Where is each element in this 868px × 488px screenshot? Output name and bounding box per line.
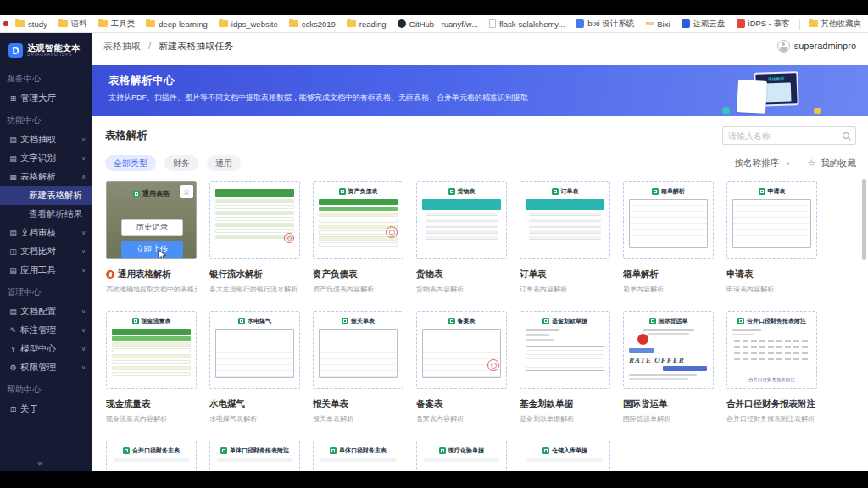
preview-doc-header: 资产负债表	[319, 187, 398, 196]
card[interactable]: 单体口径财务报表附注	[209, 441, 300, 471]
sidebar-item-doc-config[interactable]: ▤文档配置∨	[0, 302, 92, 321]
card[interactable]: 基金划款单据基金划款单据基金划款单据解析	[520, 311, 610, 424]
sidebar-item-doc-review[interactable]: ▤文档审核∨	[0, 224, 92, 242]
bookmark-item[interactable]: study	[15, 19, 47, 29]
bookmark-item[interactable]: bixi 设计系统	[576, 19, 634, 30]
page: study语料工具类deep learningidps_websiteccks2…	[0, 0, 868, 488]
sidebar-item-permission-mgmt[interactable]: ⚙权限管理∨	[0, 358, 92, 377]
card[interactable]: 申请表申请表申请表内容解析	[726, 181, 817, 294]
card-preview[interactable]: 医疗化验单据	[416, 441, 507, 471]
excel-icon	[649, 318, 656, 324]
card[interactable]: 通用表格☆历史记录立即上传通用表格解析高效准确地提取文档中的表格元素	[106, 181, 197, 294]
bookmark-item[interactable]: 工具类	[98, 19, 136, 30]
bookmark-item[interactable]: iDPS - 摹客	[737, 19, 790, 30]
card[interactable]: 订单表订单表订单表内容解析	[520, 181, 610, 294]
card-preview[interactable]: 申请表	[726, 181, 817, 259]
sidebar-item-doc-compare[interactable]: ◫文档比对∨	[0, 242, 92, 261]
bookmark-label: 工具类	[111, 19, 136, 30]
card-preview[interactable]: 备案表	[416, 311, 507, 389]
card-preview[interactable]: 货物表	[416, 181, 507, 259]
card-description: 现金流量表内容解析	[106, 414, 197, 424]
card-preview[interactable]: 水电煤气	[209, 311, 300, 389]
user-menu[interactable]: superadminpro	[777, 40, 856, 53]
bookmark-item[interactable]: idps_website	[219, 19, 278, 29]
card[interactable]: 合并口径财务主表	[106, 441, 197, 471]
model-icon: Y	[8, 345, 18, 353]
sidebar-subitem-view-parse-results[interactable]: 查看解析结果	[0, 205, 92, 224]
card[interactable]: 现金流量表现金流量表现金流量表内容解析	[106, 311, 197, 424]
sidebar-item-model-center[interactable]: Y模型中心∨	[0, 340, 92, 358]
card-preview[interactable]: 现金流量表	[106, 311, 197, 389]
search-box[interactable]	[722, 126, 856, 145]
card-preview[interactable]: 合并口径财务报表附注合并口径财务报表附注	[726, 311, 817, 389]
card[interactable]: 合并口径财务报表附注合并口径财务报表附注合并口径财务报表附注合并口径财务报表附注…	[726, 311, 817, 424]
app-logo[interactable]: D 达观智能文本 DATAGRAND IDPS	[0, 33, 92, 66]
bookmark-item[interactable]: reading	[347, 19, 387, 29]
preview-graphic	[215, 211, 294, 215]
card[interactable]: 箱单解析箱单解析箱单内容解析	[623, 181, 714, 294]
card-preview[interactable]: 基金划款单据	[520, 311, 610, 389]
sidebar-collapse-icon[interactable]: «	[37, 458, 42, 468]
sidebar-item-doc-extract[interactable]: ▤文档抽取∨	[0, 130, 92, 149]
card[interactable]: 货物表货物表货物表内容解析	[416, 181, 507, 294]
search-input[interactable]	[728, 131, 839, 141]
card-preview[interactable]	[209, 181, 300, 259]
card[interactable]: 单体口径财务主表	[313, 441, 403, 471]
bookmark-item[interactable]: deep learning	[146, 19, 208, 29]
card-preview[interactable]: 合并口径财务主表	[106, 441, 197, 471]
star-icon[interactable]: ☆	[807, 158, 815, 169]
decor-dot-teal	[722, 107, 730, 114]
card-preview[interactable]: 单体口径财务主表	[313, 441, 403, 471]
card-preview[interactable]: 通用表格☆历史记录立即上传	[106, 181, 197, 259]
sidebar-item-table-parse[interactable]: ▦表格解析∧	[0, 168, 92, 186]
card-preview[interactable]: 报关单表	[313, 311, 403, 389]
star-icon[interactable]: ☆	[180, 185, 193, 198]
avatar	[777, 40, 790, 53]
sidebar-item-management-hall[interactable]: ⊞管理大厅	[0, 89, 92, 108]
card-preview[interactable]: 订单表	[520, 181, 610, 259]
sidebar-item-app-tools[interactable]: ▤应用工具∨	[0, 261, 92, 280]
filter-pill[interactable]: 全部类型	[105, 155, 156, 171]
bookmark-item[interactable]: 300Bixi	[645, 19, 670, 29]
card-title-row: 资产负债表	[313, 269, 403, 280]
other-bookmarks[interactable]: 其他收藏夹	[799, 19, 862, 30]
bookmark-item[interactable]: flask-sqlalchemy...	[489, 19, 565, 29]
favorites-label[interactable]: 我的收藏	[821, 158, 856, 169]
card[interactable]: 医疗化验单据	[416, 441, 507, 471]
bookmark-item[interactable]: GitHub - ruanyf/w...	[398, 19, 478, 29]
card-preview[interactable]: 资产负债表	[313, 181, 403, 259]
sort-label[interactable]: 按名称排序	[735, 158, 780, 169]
bookmark-item[interactable]: ccks2019	[289, 19, 336, 29]
filter-pill[interactable]: 财务	[164, 155, 198, 171]
card[interactable]: 国际货运单RATE OFFER国际货运单国际货运单解析	[623, 311, 714, 424]
card[interactable]: 备案表备案表备案表内容解析	[416, 311, 507, 424]
card-preview[interactable]: 单体口径财务报表附注	[209, 441, 300, 471]
history-button[interactable]: 历史记录	[121, 219, 183, 236]
preview-doc-header: 基金划款单据	[526, 317, 604, 325]
sidebar-item-annotation-mgmt[interactable]: ✎标注管理∨	[0, 321, 92, 340]
card-title-row: 订单表	[520, 269, 610, 280]
card-preview[interactable]: 箱单解析	[623, 181, 714, 259]
card-preview[interactable]: 国际货运单RATE OFFER	[623, 311, 714, 389]
scrollbar-thumb[interactable]	[862, 179, 866, 260]
filter-pill[interactable]: 通用	[207, 155, 241, 171]
preview-graphic	[215, 223, 294, 227]
chevron-down-icon[interactable]: ∨	[786, 160, 790, 167]
sidebar-item-about[interactable]: ⊡关于	[0, 400, 92, 419]
card-preview[interactable]: 仓储入库单据	[520, 441, 610, 471]
card[interactable]: 资产负债表资产负债表资产负债表内容解析	[313, 181, 403, 294]
preview-graphic	[629, 374, 697, 376]
search-icon[interactable]	[843, 132, 850, 140]
card[interactable]: 仓储入库单据	[520, 441, 610, 471]
card[interactable]: 水电煤气水电煤气水电煤气表解析	[209, 311, 300, 424]
bookmark-item[interactable]: 达观云盘	[682, 19, 726, 30]
bookmark-item[interactable]: 语料	[58, 19, 87, 30]
card[interactable]: 银行流水解析各大主流银行的银行流水解析	[209, 181, 300, 294]
upload-button[interactable]: 立即上传	[121, 241, 183, 258]
sidebar-subitem-new-table-parse[interactable]: 新建表格解析	[0, 186, 92, 205]
sidebar-item-ocr[interactable]: ▤文字识别∨	[0, 149, 92, 168]
excel-icon	[439, 447, 446, 454]
card[interactable]: 报关单表报关单表报关单表解析	[313, 311, 403, 424]
chevron-down-icon: ∨	[81, 248, 86, 255]
breadcrumb-item[interactable]: 表格抽取	[103, 41, 141, 51]
